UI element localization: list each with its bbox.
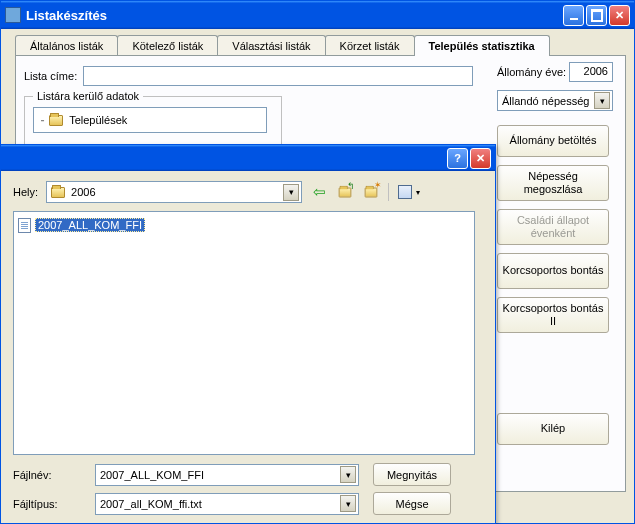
exit-button[interactable]: Kilép: [497, 413, 609, 445]
load-file-button[interactable]: Állomány betöltés: [497, 125, 609, 157]
year-input[interactable]: 2006: [569, 62, 613, 82]
window-title: Listakészítés: [26, 8, 563, 23]
maximize-button[interactable]: [586, 5, 607, 26]
up-one-level-icon[interactable]: [336, 183, 354, 201]
file-item[interactable]: 2007_ALL_KOM_FFI: [18, 216, 470, 234]
chevron-down-icon[interactable]: [340, 466, 356, 483]
data-fieldset: Listára kerülő adatok ··· Települések: [24, 96, 282, 146]
minimize-button[interactable]: [563, 5, 584, 26]
list-title-label: Lista címe:: [24, 70, 77, 82]
tree-box[interactable]: ··· Települések: [33, 107, 267, 133]
titlebar: Listakészítés: [1, 1, 634, 29]
lookin-value: 2006: [71, 186, 95, 198]
folder-icon: [49, 115, 63, 126]
dialog-close-button[interactable]: [470, 148, 491, 169]
year-label: Állomány éve:: [497, 66, 566, 78]
back-icon[interactable]: ⇦: [310, 183, 328, 201]
population-combo[interactable]: Állandó népesség: [497, 90, 613, 111]
tab-strip: Általános listák Kötelező listák Választ…: [15, 35, 626, 56]
list-title-input[interactable]: [83, 66, 473, 86]
close-button[interactable]: [609, 5, 630, 26]
tab-election-lists[interactable]: Választási listák: [217, 35, 325, 55]
open-button[interactable]: Megnyitás: [373, 463, 451, 486]
tree-item-settlements[interactable]: Települések: [69, 114, 127, 126]
tab-settlement-stats[interactable]: Település statisztika: [414, 35, 550, 56]
chevron-down-icon[interactable]: [594, 92, 610, 109]
file-item-label: 2007_ALL_KOM_FFI: [35, 218, 145, 232]
age-group2-button[interactable]: Korcsoportos bontás II: [497, 297, 609, 333]
dialog-body: Hely: 2006 ⇦ 2007_ALL_KOM_FFI: [1, 171, 495, 523]
chevron-down-icon[interactable]: [283, 184, 299, 201]
help-button[interactable]: ?: [447, 148, 468, 169]
dialog-titlebar: ?: [1, 145, 495, 171]
app-icon: [5, 7, 21, 23]
population-dist-button[interactable]: Népesség megoszlása: [497, 165, 609, 201]
lookin-combo[interactable]: 2006: [46, 181, 302, 203]
tab-district-lists[interactable]: Körzet listák: [325, 35, 415, 55]
file-open-dialog: ? Hely: 2006 ⇦ 2007_ALL_KOM_FFI: [0, 144, 496, 524]
filetype-combo[interactable]: 2007_all_KOM_ffi.txt: [95, 493, 359, 515]
age-group-button[interactable]: Korcsoportos bontás: [497, 253, 609, 289]
population-combo-value: Állandó népesség: [502, 95, 589, 107]
dialog-toolbar: ⇦: [310, 183, 414, 201]
chevron-down-icon[interactable]: [340, 495, 356, 512]
cancel-button[interactable]: Mégse: [373, 492, 451, 515]
file-list[interactable]: 2007_ALL_KOM_FFI: [13, 211, 475, 455]
tab-mandatory-lists[interactable]: Kötelező listák: [117, 35, 218, 55]
family-status-button: Családi állapot évenként: [497, 209, 609, 245]
lookin-label: Hely:: [13, 186, 38, 198]
filename-label: Fájlnév:: [13, 469, 81, 481]
folder-icon: [51, 187, 65, 198]
filetype-label: Fájltípus:: [13, 498, 81, 510]
filetype-value: 2007_all_KOM_ffi.txt: [100, 498, 202, 510]
new-folder-icon[interactable]: [362, 183, 380, 201]
tab-general-lists[interactable]: Általános listák: [15, 35, 118, 55]
fieldset-legend: Listára kerülő adatok: [33, 90, 143, 102]
right-panel: Állomány éve: 2006 Állandó népesség Állo…: [497, 62, 613, 453]
filename-input[interactable]: 2007_ALL_KOM_FFI: [95, 464, 359, 486]
document-icon: [18, 218, 31, 233]
views-menu-icon[interactable]: [388, 183, 414, 201]
filename-value: 2007_ALL_KOM_FFI: [100, 469, 204, 481]
